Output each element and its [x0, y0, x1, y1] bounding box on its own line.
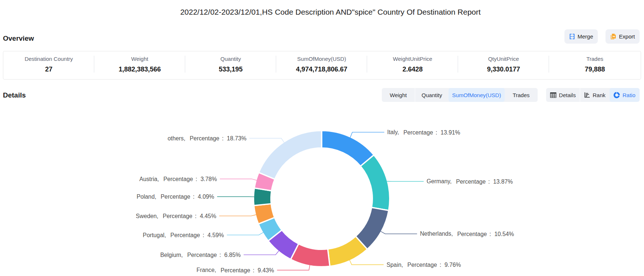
- svg-text:Austria,Percentage:3.78%: Austria,Percentage:3.78%: [139, 176, 217, 182]
- svg-text:others,Percentage:18.73%: others,Percentage:18.73%: [168, 135, 246, 141]
- svg-text:Germany,Percentage:13.87%: Germany,Percentage:13.87%: [427, 178, 513, 184]
- svg-text:Portugal,Percentage:4.59%: Portugal,Percentage:4.59%: [143, 232, 224, 238]
- svg-text:Poland,Percentage:4.09%: Poland,Percentage:4.09%: [137, 194, 215, 200]
- svg-text:Italy,Percentage:13.91%: Italy,Percentage:13.91%: [387, 129, 460, 135]
- svg-text:France,Percentage:9.43%: France,Percentage:9.43%: [197, 267, 274, 273]
- svg-text:Sweden,Percentage:4.45%: Sweden,Percentage:4.45%: [136, 213, 216, 219]
- svg-text:Spain,Percentage:9.76%: Spain,Percentage:9.76%: [387, 262, 461, 268]
- svg-text:Belgium,Percentage:6.85%: Belgium,Percentage:6.85%: [160, 252, 241, 258]
- svg-text:Netherlands,Percentage:10.54%: Netherlands,Percentage:10.54%: [420, 231, 514, 237]
